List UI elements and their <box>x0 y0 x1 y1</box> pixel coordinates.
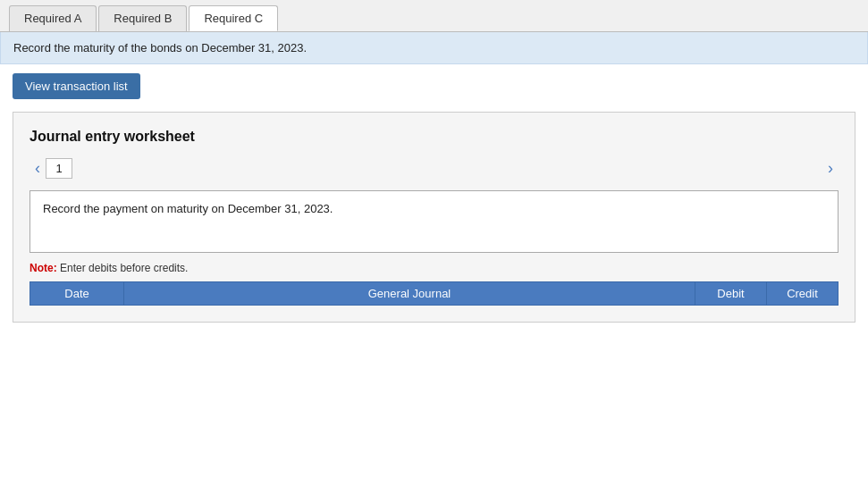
tab-required-c[interactable]: Required C <box>189 5 278 31</box>
next-page-button[interactable]: › <box>822 157 839 180</box>
table-header-row: Date General Journal Debit Credit <box>30 282 839 306</box>
journal-table: Date General Journal Debit Credit <box>29 281 839 306</box>
header-debit: Debit <box>695 282 767 306</box>
nav-row: ‹ 1 › <box>29 157 839 180</box>
tabs-bar: Required A Required B Required C <box>0 0 868 32</box>
description-box: Record the payment on maturity on Decemb… <box>29 190 839 253</box>
note: Note: Enter debits before credits. <box>29 262 839 274</box>
info-bar-text: Record the maturity of the bonds on Dece… <box>13 41 307 55</box>
worksheet-title: Journal entry worksheet <box>29 129 839 145</box>
journal-entry-worksheet: Journal entry worksheet ‹ 1 › Record the… <box>13 112 855 323</box>
note-suffix: Enter debits before credits. <box>60 262 188 274</box>
header-date: Date <box>30 282 124 306</box>
tab-required-b[interactable]: Required B <box>98 5 187 31</box>
header-general-journal: General Journal <box>124 282 695 306</box>
info-bar: Record the maturity of the bonds on Dece… <box>0 32 868 64</box>
page-number: 1 <box>46 158 72 179</box>
header-credit: Credit <box>767 282 839 306</box>
prev-page-button[interactable]: ‹ <box>29 157 46 180</box>
note-prefix: Note: <box>29 262 57 274</box>
view-transaction-button[interactable]: View transaction list <box>13 73 140 99</box>
tab-required-a[interactable]: Required A <box>9 5 97 31</box>
description-text: Record the payment on maturity on Decemb… <box>43 202 333 215</box>
